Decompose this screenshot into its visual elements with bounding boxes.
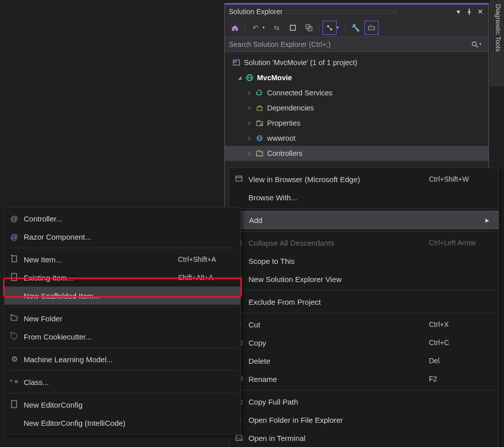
menu-separator bbox=[233, 231, 494, 232]
show-all-dropdown-icon[interactable]: ▾ bbox=[337, 25, 342, 30]
menu-item-browse-with[interactable]: Browse With... bbox=[229, 188, 498, 206]
tree-label: MvcMovie bbox=[257, 74, 292, 82]
menu-item-scope[interactable]: Scope to This bbox=[229, 252, 498, 270]
history-dropdown-icon[interactable]: ▾ bbox=[263, 25, 268, 30]
menu-item-editorconfig-intellicode[interactable]: New EditorConfig (IntelliCode) bbox=[5, 414, 240, 432]
menu-shortcut: Ctrl+Shift+A bbox=[178, 255, 233, 263]
menu-separator bbox=[9, 307, 236, 307]
toolbar-separator bbox=[319, 23, 320, 33]
menu-label: Open Folder in File Explorer bbox=[248, 416, 429, 424]
menu-label: Razor Component... bbox=[24, 233, 178, 241]
cookiecutter-icon bbox=[10, 332, 18, 342]
tree-project-row[interactable]: ◢ MvcMovie bbox=[225, 70, 488, 85]
forward-icon[interactable]: ⇆ bbox=[270, 21, 284, 35]
menu-separator bbox=[9, 393, 236, 394]
menu-separator bbox=[9, 348, 236, 348]
menu-item-copy-path[interactable]: Copy Full Path bbox=[229, 393, 498, 411]
tree-solution-row[interactable]: Solution 'MvcMovie' (1 of 1 project) bbox=[225, 55, 488, 70]
menu-item-new-item[interactable]: New Item... Ctrl+Shift+A bbox=[5, 250, 240, 268]
menu-item-controller[interactable]: @ Controller... bbox=[5, 209, 240, 228]
tree-node-row-controllers[interactable]: ▷ Controllers bbox=[225, 146, 488, 161]
menu-item-existing-item[interactable]: Existing Item... Shift+Alt+A bbox=[5, 268, 240, 287]
menu-label: New Folder bbox=[24, 314, 178, 323]
tree-node-row[interactable]: ▷ Connected Services bbox=[225, 85, 488, 100]
menu-label: Exclude From Project bbox=[248, 298, 429, 306]
menu-item-view-in-browser[interactable]: View in Browser (Microsoft Edge) Ctrl+Sh… bbox=[229, 170, 498, 188]
menu-shortcut: Shift+Alt+A bbox=[178, 273, 233, 282]
controller-icon: @ bbox=[10, 214, 18, 223]
menu-item-add[interactable]: Add ▶ bbox=[229, 211, 498, 229]
tree-node-row[interactable]: ▷ Properties bbox=[225, 116, 488, 131]
menu-item-copy[interactable]: Copy Ctrl+C bbox=[229, 333, 498, 352]
collapse-all-icon[interactable] bbox=[302, 21, 316, 35]
menu-item-ml-model[interactable]: ⚙ Machine Learning Model... bbox=[5, 350, 240, 368]
menu-label: Delete bbox=[248, 357, 429, 365]
menu-item-editorconfig[interactable]: New EditorConfig bbox=[5, 396, 240, 414]
show-all-icon[interactable] bbox=[323, 21, 337, 35]
menu-label: Scope to This bbox=[248, 257, 429, 265]
menu-label: Open in Terminal bbox=[248, 434, 429, 442]
menu-item-new-view[interactable]: New Solution Explorer View bbox=[229, 270, 498, 288]
menu-label: New Item... bbox=[24, 255, 178, 264]
search-box[interactable]: Search Solution Explorer (Ctrl+;) ▾ bbox=[225, 37, 488, 52]
menu-separator bbox=[233, 208, 494, 209]
menu-item-open-folder[interactable]: ↗ Open Folder in File Explorer bbox=[229, 411, 498, 429]
expand-icon[interactable]: ▷ bbox=[247, 105, 252, 110]
tree-label: Connected Services bbox=[267, 89, 333, 97]
editorconfig-icon bbox=[11, 400, 17, 410]
new-item-icon bbox=[11, 255, 18, 264]
properties-icon[interactable]: 🔧 bbox=[348, 21, 362, 35]
menu-separator bbox=[9, 248, 236, 248]
menu-item-rename[interactable]: Rename F2 bbox=[229, 370, 498, 388]
svg-rect-29 bbox=[236, 435, 242, 440]
svg-point-32 bbox=[11, 333, 17, 339]
toolbar-separator bbox=[245, 23, 245, 33]
menu-label: New EditorConfig bbox=[24, 401, 178, 409]
search-dropdown-icon[interactable]: ▾ bbox=[479, 42, 484, 46]
svg-point-7 bbox=[472, 42, 476, 46]
diagnostic-tools-tab[interactable]: Diagnostic Tools bbox=[490, 0, 504, 86]
panel-titlebar[interactable]: Solution Explorer ::::::::::::::::::::::… bbox=[225, 4, 488, 19]
globe-icon bbox=[245, 73, 254, 82]
close-icon[interactable]: ✕ bbox=[476, 8, 484, 16]
menu-shortcut: Ctrl+Left Arrow bbox=[429, 239, 484, 247]
menu-item-exclude[interactable]: Exclude From Project bbox=[229, 293, 498, 311]
menu-item-new-folder[interactable]: New Folder bbox=[5, 309, 240, 327]
menu-label: Controller... bbox=[24, 214, 178, 223]
menu-item-open-terminal[interactable]: Open in Terminal bbox=[229, 429, 498, 447]
menu-item-new-scaffolded[interactable]: New Scaffolded Item... bbox=[5, 287, 240, 305]
menu-label: New Scaffolded Item... bbox=[24, 292, 178, 300]
expand-icon[interactable]: ◢ bbox=[237, 75, 242, 80]
tree-node-row[interactable]: ▷ Dependencies bbox=[225, 100, 488, 116]
terminal-icon bbox=[235, 434, 242, 442]
menu-item-class[interactable]: ⁺⚬ Class... bbox=[5, 373, 240, 391]
folder-icon bbox=[255, 149, 264, 158]
tree-label: Properties bbox=[267, 119, 300, 127]
expand-icon[interactable]: ▷ bbox=[247, 151, 252, 156]
expand-icon[interactable]: ▷ bbox=[247, 90, 252, 95]
menu-item-razor[interactable]: @ Razor Component... bbox=[5, 228, 240, 246]
menu-item-cut[interactable]: ✂ Cut Ctrl+X bbox=[229, 315, 498, 333]
menu-separator bbox=[233, 313, 494, 313]
dropdown-icon[interactable]: ▾ bbox=[454, 8, 462, 16]
panel-drag-grip: ::::::::::::::::::::::::::::::::::::::::… bbox=[286, 9, 451, 15]
menu-label: Existing Item... bbox=[24, 273, 178, 282]
menu-item-delete[interactable]: ✕ Delete Del bbox=[229, 352, 498, 370]
menu-item-cookiecutter[interactable]: From Cookiecutter... bbox=[5, 327, 240, 346]
history-icon[interactable]: ↶ bbox=[248, 21, 263, 35]
preview-icon[interactable] bbox=[364, 21, 379, 35]
expand-icon[interactable]: ▷ bbox=[247, 136, 252, 141]
wwwroot-icon bbox=[255, 134, 264, 143]
menu-label: Browse With... bbox=[248, 193, 429, 202]
menu-label: View in Browser (Microsoft Edge) bbox=[248, 175, 429, 184]
menu-label: Copy bbox=[248, 339, 429, 347]
sync-icon[interactable] bbox=[286, 21, 300, 35]
svg-rect-30 bbox=[12, 256, 17, 262]
svg-rect-0 bbox=[290, 25, 295, 30]
home-icon[interactable] bbox=[228, 21, 242, 35]
svg-rect-10 bbox=[234, 61, 236, 63]
pin-icon[interactable] bbox=[465, 8, 473, 16]
expand-icon[interactable]: ▷ bbox=[247, 121, 252, 126]
tree-node-row[interactable]: ▷ wwwroot bbox=[225, 131, 488, 146]
menu-shortcut: F2 bbox=[429, 375, 484, 383]
